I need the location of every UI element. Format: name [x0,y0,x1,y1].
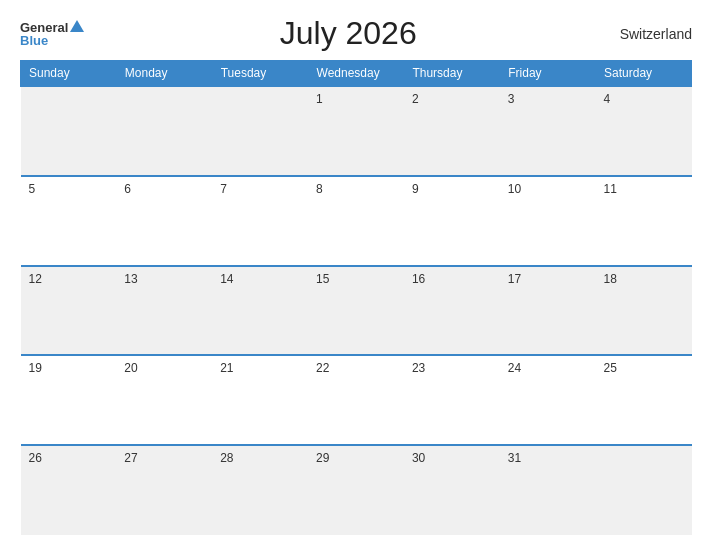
calendar-day-cell: 31 [500,445,596,535]
calendar-day-cell: 10 [500,176,596,266]
calendar-day-cell: 11 [596,176,692,266]
calendar-day-cell: 6 [116,176,212,266]
day-number: 4 [604,92,611,106]
calendar-week-row: 12131415161718 [21,266,692,356]
day-number: 7 [220,182,227,196]
day-number: 16 [412,272,425,286]
day-number: 25 [604,361,617,375]
calendar-page: General Blue July 2026 Switzerland Sunda… [0,0,712,550]
day-number: 23 [412,361,425,375]
calendar-day-cell: 23 [404,355,500,445]
calendar-day-cell: 25 [596,355,692,445]
logo-triangle-icon [70,20,84,32]
calendar-week-row: 567891011 [21,176,692,266]
col-saturday: Saturday [596,61,692,87]
calendar-day-cell: 20 [116,355,212,445]
day-number: 27 [124,451,137,465]
calendar-day-cell: 3 [500,86,596,176]
calendar-day-cell: 14 [212,266,308,356]
calendar-day-cell: 12 [21,266,117,356]
calendar-table: Sunday Monday Tuesday Wednesday Thursday… [20,60,692,535]
day-number: 19 [29,361,42,375]
calendar-day-cell: 15 [308,266,404,356]
day-number: 17 [508,272,521,286]
logo-blue: Blue [20,33,48,48]
col-monday: Monday [116,61,212,87]
day-number: 9 [412,182,419,196]
calendar-day-cell: 2 [404,86,500,176]
day-number: 1 [316,92,323,106]
calendar-day-cell: 7 [212,176,308,266]
day-number: 28 [220,451,233,465]
day-number: 29 [316,451,329,465]
country-label: Switzerland [612,26,692,42]
day-number: 30 [412,451,425,465]
calendar-day-cell: 22 [308,355,404,445]
col-thursday: Thursday [404,61,500,87]
calendar-day-cell: 9 [404,176,500,266]
day-number: 31 [508,451,521,465]
calendar-day-cell: 1 [308,86,404,176]
col-friday: Friday [500,61,596,87]
day-number: 22 [316,361,329,375]
day-number: 5 [29,182,36,196]
calendar-day-cell: 26 [21,445,117,535]
calendar-day-cell [21,86,117,176]
calendar-body: 1234567891011121314151617181920212223242… [21,86,692,535]
day-number: 14 [220,272,233,286]
day-number: 2 [412,92,419,106]
col-tuesday: Tuesday [212,61,308,87]
col-wednesday: Wednesday [308,61,404,87]
day-number: 18 [604,272,617,286]
calendar-day-cell [212,86,308,176]
calendar-day-cell: 4 [596,86,692,176]
day-number: 10 [508,182,521,196]
day-number: 21 [220,361,233,375]
calendar-day-cell: 8 [308,176,404,266]
calendar-title: July 2026 [84,15,612,52]
calendar-day-cell: 19 [21,355,117,445]
calendar-week-row: 1234 [21,86,692,176]
calendar-day-cell: 18 [596,266,692,356]
day-number: 20 [124,361,137,375]
calendar-header-row: Sunday Monday Tuesday Wednesday Thursday… [21,61,692,87]
calendar-day-cell [116,86,212,176]
calendar-day-cell: 21 [212,355,308,445]
day-number: 8 [316,182,323,196]
day-number: 12 [29,272,42,286]
day-number: 26 [29,451,42,465]
day-number: 13 [124,272,137,286]
calendar-week-row: 19202122232425 [21,355,692,445]
col-sunday: Sunday [21,61,117,87]
day-number: 3 [508,92,515,106]
logo: General Blue [20,20,84,48]
calendar-day-cell: 28 [212,445,308,535]
calendar-day-cell: 27 [116,445,212,535]
day-number: 11 [604,182,617,196]
calendar-day-cell: 16 [404,266,500,356]
calendar-day-cell: 17 [500,266,596,356]
calendar-week-row: 262728293031 [21,445,692,535]
calendar-day-cell: 30 [404,445,500,535]
calendar-day-cell: 5 [21,176,117,266]
calendar-day-cell: 13 [116,266,212,356]
calendar-header: General Blue July 2026 Switzerland [20,15,692,52]
day-number: 15 [316,272,329,286]
calendar-day-cell [596,445,692,535]
calendar-day-cell: 24 [500,355,596,445]
day-number: 24 [508,361,521,375]
calendar-day-cell: 29 [308,445,404,535]
day-number: 6 [124,182,131,196]
